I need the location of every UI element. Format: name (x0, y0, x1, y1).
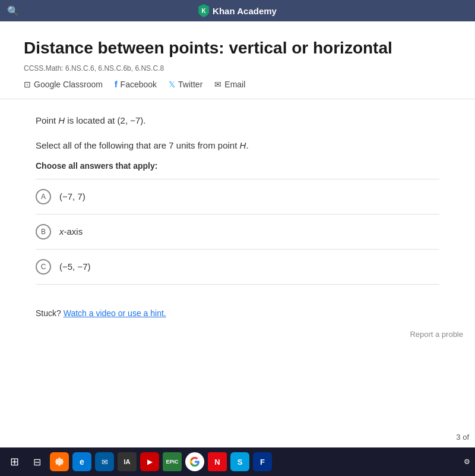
f-app-icon[interactable]: F (253, 452, 272, 471)
option-b-label: B (41, 228, 46, 236)
search-taskbar-icon (54, 456, 65, 467)
taskbar-right: ⚙ (464, 458, 470, 466)
email-label: Email (224, 80, 245, 89)
google-classroom-icon: ⊡ (24, 80, 31, 89)
choose-label: Choose all answers that apply: (36, 161, 439, 171)
option-c-text: (−5, −7) (59, 261, 91, 272)
email-icon: ✉ (214, 80, 221, 89)
browser-bar: 🔍 K Khan Academy (0, 0, 475, 21)
taskbar-settings-icon[interactable]: ⚙ (464, 458, 470, 466)
share-bar: ⊡ Google Classroom f Facebook 𝕏 Twitter … (24, 80, 451, 89)
khan-name: Khan Academy (213, 6, 277, 16)
twitter-link[interactable]: 𝕏 Twitter (169, 80, 202, 89)
stuck-section: Stuck? Watch a video or use a hint. (0, 297, 475, 330)
khan-logo: K Khan Academy (198, 4, 277, 17)
red-app-icon[interactable]: ▶ (140, 452, 159, 471)
twitter-label: Twitter (178, 80, 202, 89)
report-area: Report a proble (0, 330, 475, 343)
option-b-text: x-axis (59, 226, 83, 237)
facebook-label: Facebook (121, 80, 157, 89)
taskbar-search-icon[interactable] (50, 452, 69, 471)
khan-shield-icon: K (198, 4, 209, 17)
epic-icon[interactable]: EPIC (163, 452, 182, 471)
taskbar: ⊞ ⊟ e ✉ IA ▶ EPIC N S F ⚙ (0, 447, 475, 476)
point-info: Point H is located at (2, −7). (36, 114, 439, 128)
google-classroom-link[interactable]: ⊡ Google Classroom (24, 80, 103, 89)
page-title: Distance between points: vertical or hor… (24, 38, 451, 58)
search-icon[interactable]: 🔍 (7, 5, 19, 17)
option-c-label: C (41, 263, 46, 271)
stuck-prefix: Stuck? (36, 308, 61, 318)
page-header: Distance between points: vertical or hor… (0, 21, 475, 99)
stuck-link[interactable]: Watch a video or use a hint. (64, 308, 166, 318)
option-row-a[interactable]: A (−7, 7) (36, 179, 439, 215)
taskbar-files-icon[interactable]: ⊟ (27, 452, 46, 471)
twitter-icon: 𝕏 (169, 80, 175, 89)
option-row-b[interactable]: B x-axis (36, 215, 439, 250)
google-classroom-label: Google Classroom (34, 80, 103, 89)
option-circle-b[interactable]: B (36, 224, 51, 239)
email-link[interactable]: ✉ Email (214, 80, 245, 89)
option-circle-c[interactable]: C (36, 259, 51, 275)
page-counter-text: 3 of (456, 433, 469, 442)
facebook-icon: f (115, 80, 118, 89)
netflix-icon[interactable]: N (208, 452, 227, 471)
google-logo-icon (189, 456, 200, 467)
ccss-label: CCSS.Math: 6.NS.C.6, 6.NS.C.6b, 6.NS.C.8 (24, 64, 451, 72)
option-circle-a[interactable]: A (36, 189, 51, 204)
google-icon[interactable] (185, 452, 204, 471)
mail-icon[interactable]: ✉ (95, 452, 114, 471)
question-text: Select all of the following that are 7 u… (36, 138, 439, 153)
main-content: Distance between points: vertical or hor… (0, 21, 475, 447)
s-app-icon[interactable]: S (230, 452, 249, 471)
report-text[interactable]: Report a proble (410, 330, 463, 339)
option-a-text: (−7, 7) (59, 191, 86, 201)
svg-text:K: K (201, 8, 206, 14)
options-container: A (−7, 7) B x-axis C (−5, −7) (36, 179, 439, 285)
edge-icon[interactable]: e (72, 452, 91, 471)
ia-icon[interactable]: IA (118, 452, 137, 471)
question-area: Point H is located at (2, −7). Select al… (0, 99, 475, 297)
page-counter: 3 of (456, 433, 469, 442)
option-row-c[interactable]: C (−5, −7) (36, 250, 439, 285)
option-a-label: A (41, 193, 46, 201)
start-button[interactable]: ⊞ (5, 452, 24, 471)
facebook-link[interactable]: f Facebook (115, 80, 157, 89)
